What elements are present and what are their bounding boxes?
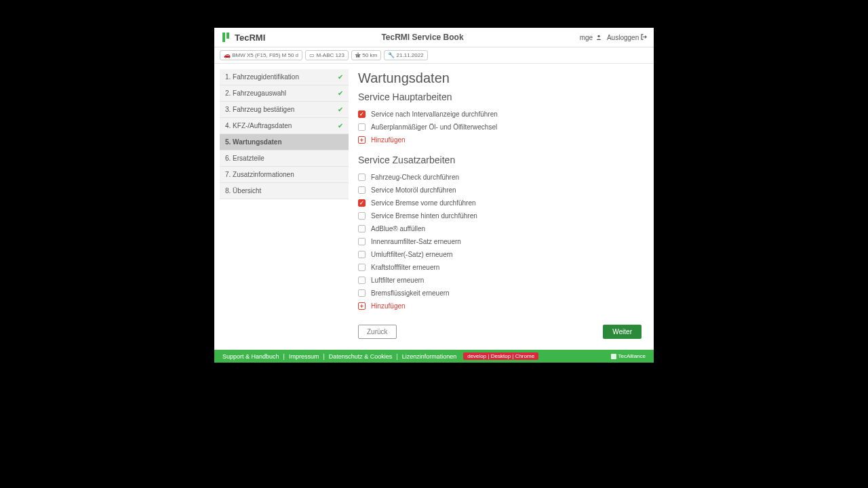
main-work-item: Außerplanmäßiger Öl- und Ölfilterwechsel — [358, 121, 642, 134]
logout-icon — [641, 34, 647, 40]
checkbox[interactable] — [358, 277, 366, 284]
check-icon: ✔ — [338, 122, 343, 129]
header: TecRMI TecRMI Service Book mge Ausloggen — [214, 28, 654, 47]
add-main-work-button[interactable]: +Hinzufügen — [358, 134, 642, 146]
env-tag: develop | Desktop | Chrome — [463, 352, 538, 360]
step-sidebar: 1. Fahrzeugidentifikation✔2. Fahrzeugaus… — [214, 64, 349, 350]
item-label: AdBlue® auffüllen — [371, 225, 425, 232]
pill-date[interactable]: 🔧 21.11.2022 — [384, 50, 427, 60]
extra-work-item: Innenraumfilter-Satz erneuern — [358, 235, 642, 248]
footer-link[interactable]: Datenschutz & Cookies — [329, 353, 393, 360]
extra-work-item: Service Motoröl durchführen — [358, 184, 642, 197]
item-label: Service Bremse vorne durchführen — [371, 199, 476, 207]
item-label: Innenraumfilter-Satz erneuern — [371, 238, 461, 245]
next-button[interactable]: Weiter — [603, 325, 642, 339]
step-7[interactable]: 7. Zusatzinformationen — [220, 167, 349, 183]
add-extra-work-button[interactable]: +Hinzufügen — [358, 300, 642, 312]
svg-rect-0 — [222, 33, 225, 42]
footer-link[interactable]: Support & Handbuch — [222, 353, 279, 360]
step-3[interactable]: 3. Fahrzeug bestätigen✔ — [220, 102, 349, 118]
step-1[interactable]: 1. Fahrzeugidentifikation✔ — [220, 69, 349, 85]
checkbox[interactable] — [358, 174, 366, 181]
item-label: Service nach Intervallanzeige durchführe… — [371, 110, 498, 118]
checkbox[interactable] — [358, 123, 366, 131]
step-8[interactable]: 8. Übersicht — [220, 183, 349, 199]
item-label: Bremsflüssigkeit erneuern — [371, 289, 450, 297]
pill-km[interactable]: 🛣 50 km — [351, 50, 381, 60]
extra-work-item: Service Bremse hinten durchführen — [358, 209, 642, 222]
brand-icon — [221, 32, 232, 43]
checkbox[interactable] — [358, 238, 366, 245]
step-6[interactable]: 6. Ersatzteile — [220, 150, 349, 167]
back-button[interactable]: Zurück — [358, 325, 397, 339]
vehicle-info-bar: 🚗 BMW X5 (F15, F85) M 50 d ▭ M-ABC 123 🛣… — [214, 47, 654, 64]
extra-work-item: Kraftstofffilter erneuern — [358, 261, 642, 274]
logout-link[interactable]: Ausloggen — [607, 34, 647, 41]
app-title: TecRMI Service Book — [265, 33, 579, 42]
item-label: Luftfilter erneuern — [371, 277, 424, 284]
footer-link[interactable]: Lizenzinformationen — [402, 353, 457, 360]
footer-link[interactable]: Impressum — [289, 353, 319, 360]
pill-vehicle[interactable]: 🚗 BMW X5 (F15, F85) M 50 d — [220, 50, 302, 60]
check-icon: ✔ — [338, 106, 343, 113]
footer: Support & Handbuch|Impressum|Datenschutz… — [214, 350, 654, 363]
extra-work-item: AdBlue® auffüllen — [358, 222, 642, 235]
item-label: Service Bremse hinten durchführen — [371, 212, 477, 220]
extra-work-item: Luftfilter erneuern — [358, 274, 642, 287]
checkbox[interactable] — [358, 251, 366, 258]
checkbox[interactable]: ✓ — [358, 199, 366, 207]
footer-brand: TecAlliance — [611, 353, 646, 359]
user-icon — [596, 35, 601, 40]
checkbox[interactable] — [358, 289, 366, 297]
plus-icon: + — [358, 136, 366, 144]
main-panel: Wartungsdaten Service Hauptarbeiten ✓Ser… — [349, 64, 654, 350]
item-label: Außerplanmäßiger Öl- und Ölfilterwechsel — [371, 123, 497, 131]
pill-plate[interactable]: ▭ M-ABC 123 — [305, 50, 349, 60]
section-extra-works: Service Zusatzarbeiten — [358, 155, 642, 165]
extra-work-item: Umluftfilter(-Satz) erneuern — [358, 248, 642, 261]
checkbox[interactable] — [358, 186, 366, 194]
extra-work-item: ✓Service Bremse vorne durchführen — [358, 197, 642, 209]
item-label: Kraftstofffilter erneuern — [371, 264, 439, 271]
user-name: mge — [580, 34, 601, 41]
svg-rect-1 — [226, 33, 229, 39]
page-title: Wartungsdaten — [358, 70, 642, 86]
section-main-works: Service Hauptarbeiten — [358, 92, 642, 102]
checkbox[interactable]: ✓ — [358, 110, 366, 118]
tecalliance-icon — [611, 354, 616, 359]
item-label: Fahrzeug-Check durchführen — [371, 174, 459, 181]
item-label: Umluftfilter(-Satz) erneuern — [371, 251, 453, 258]
item-label: Service Motoröl durchführen — [371, 186, 456, 194]
checkbox[interactable] — [358, 225, 366, 232]
brand-text: TecRMI — [235, 33, 265, 43]
step-5[interactable]: 5. Wartungsdaten — [220, 134, 349, 150]
svg-point-2 — [597, 35, 599, 37]
extra-work-item: Fahrzeug-Check durchführen — [358, 171, 642, 184]
step-2[interactable]: 2. Fahrzeugauswahl✔ — [220, 85, 349, 102]
check-icon: ✔ — [338, 73, 343, 81]
step-4[interactable]: 4. KFZ-/Auftragsdaten✔ — [220, 118, 349, 134]
plus-icon: + — [358, 302, 366, 310]
checkbox[interactable] — [358, 264, 366, 271]
extra-work-item: Bremsflüssigkeit erneuern — [358, 287, 642, 300]
checkbox[interactable] — [358, 212, 366, 220]
main-work-item: ✓Service nach Intervallanzeige durchführ… — [358, 108, 642, 121]
check-icon: ✔ — [338, 89, 343, 97]
